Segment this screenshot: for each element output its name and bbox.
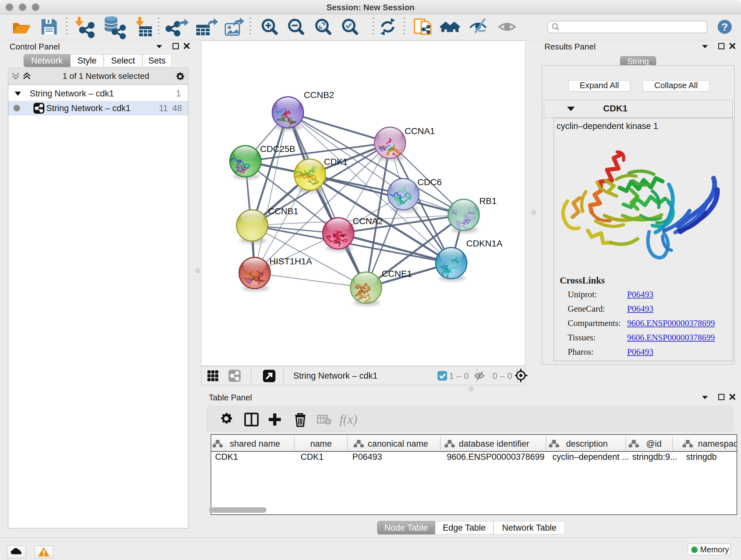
svg-text:0 – 0: 0 – 0 bbox=[492, 371, 512, 381]
svg-text:CDK1: CDK1 bbox=[215, 452, 238, 462]
svg-text:database identifier: database identifier bbox=[459, 439, 529, 449]
svg-text:CDK1: CDK1 bbox=[300, 452, 324, 462]
svg-text:CCNE1: CCNE1 bbox=[382, 269, 412, 279]
svg-text:CCNA1: CCNA1 bbox=[405, 126, 435, 136]
svg-text:HIST1H1A: HIST1H1A bbox=[269, 256, 312, 266]
svg-text:canonical name: canonical name bbox=[367, 439, 428, 449]
svg-text:CCNB2: CCNB2 bbox=[304, 90, 334, 100]
svg-text:namespace: namespace bbox=[698, 439, 737, 449]
svg-text:description: description bbox=[566, 439, 608, 449]
svg-text:stringdb:9...: stringdb:9... bbox=[632, 452, 677, 462]
svg-text:@id: @id bbox=[646, 439, 662, 449]
svg-text:1 – 0: 1 – 0 bbox=[449, 371, 469, 381]
svg-text:CDKN1A: CDKN1A bbox=[466, 239, 502, 248]
svg-text:9606.ENSP00000378699: 9606.ENSP00000378699 bbox=[447, 452, 544, 462]
svg-text:RB1: RB1 bbox=[479, 196, 496, 206]
svg-text:P06493: P06493 bbox=[352, 452, 382, 462]
svg-text:CDC25B: CDC25B bbox=[260, 144, 295, 154]
svg-text:?: ? bbox=[722, 21, 728, 33]
svg-text:shared name: shared name bbox=[230, 439, 280, 449]
svg-text:CCNB1: CCNB1 bbox=[268, 206, 298, 216]
svg-text:CDC6: CDC6 bbox=[417, 177, 442, 187]
svg-text:name: name bbox=[310, 439, 332, 449]
svg-text:cyclin–dependent ...: cyclin–dependent ... bbox=[552, 452, 629, 462]
svg-text:CDK1: CDK1 bbox=[324, 157, 348, 167]
svg-text:CCNA2: CCNA2 bbox=[353, 216, 383, 226]
svg-text:f(x): f(x) bbox=[340, 412, 357, 427]
svg-text:stringdb: stringdb bbox=[686, 452, 717, 462]
